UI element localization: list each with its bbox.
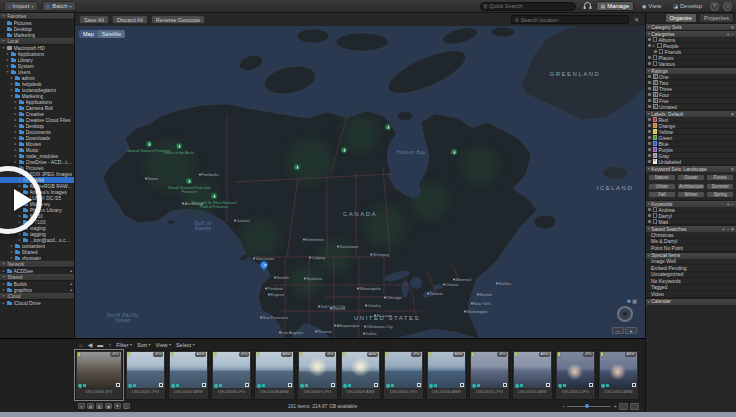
map-canvas[interactable]: Map Satellite GREENLANDICELANDCANADAUNIT… (75, 26, 645, 338)
disclosure-icon[interactable]: ▸ (2, 301, 6, 305)
disclosure-icon[interactable]: ▸ (6, 64, 10, 68)
tagged-pin-icon[interactable] (257, 352, 259, 356)
panel-section-header[interactable]: ▸Calendar (646, 298, 736, 305)
disclosure-icon[interactable]: ▸ (648, 300, 650, 304)
disclosure-icon[interactable]: ▾ (648, 112, 650, 116)
keyword-button[interactable]: Ocean (677, 174, 705, 181)
eject-icon[interactable]: ▲ (70, 269, 73, 273)
tab-properties[interactable]: Properties (699, 13, 734, 23)
thumbnail[interactable]: ARWDSC03050.ARW (426, 350, 467, 400)
pin-icon[interactable] (648, 160, 651, 163)
tagged-pin-icon[interactable] (472, 352, 474, 356)
checkbox[interactable] (653, 213, 658, 218)
quick-search-box[interactable]: ⚲ (480, 2, 576, 11)
thumbnail-checkbox[interactable] (417, 383, 422, 388)
disclosure-icon[interactable]: ▾ (648, 167, 650, 171)
thumbnail-checkbox[interactable] (159, 383, 164, 388)
park-marker-icon[interactable] (385, 124, 392, 131)
view-mode-thumbs-button[interactable] (619, 403, 628, 410)
thumbnail-checkbox[interactable] (245, 383, 250, 388)
pin-icon[interactable] (654, 50, 657, 53)
browse-home-icon[interactable]: ⌂ (79, 342, 83, 348)
thumbnail[interactable]: ARWDSC03047.ARW (168, 350, 209, 400)
thumb-options-icon[interactable]: ▾ (78, 403, 85, 409)
tagged-pin-icon[interactable] (214, 352, 216, 356)
status-toolbar-icon[interactable]: ▢ (123, 403, 130, 409)
disclosure-icon[interactable]: ▸ (2, 282, 6, 286)
import-button[interactable]: ↓Import▾ (4, 1, 38, 11)
tagged-pin-icon[interactable] (386, 352, 388, 356)
develop-mode-button[interactable]: ◪Develop (669, 1, 706, 11)
disclosure-icon[interactable]: ▸ (2, 269, 6, 273)
park-marker-icon[interactable] (451, 149, 458, 156)
left-panel-section-header[interactable]: ▾Local (0, 38, 74, 45)
keyword-button[interactable]: Spring (706, 191, 734, 198)
back-icon[interactable]: ◀ (88, 341, 93, 348)
pin-icon[interactable] (648, 62, 651, 65)
minus-icon[interactable]: − (727, 227, 730, 232)
disclosure-icon[interactable]: ▾ (648, 32, 650, 36)
disclosure-icon[interactable]: ▾ (648, 254, 650, 258)
plus-icon[interactable]: + (722, 227, 725, 232)
checkbox[interactable] (653, 207, 658, 212)
thumbnail-checkbox[interactable] (202, 383, 207, 388)
disclosure-icon[interactable]: ▸ (14, 148, 18, 152)
map-tab[interactable]: Map (79, 30, 98, 38)
disclosure-icon[interactable]: ▾ (648, 69, 650, 73)
disclosure-icon[interactable]: ▸ (10, 88, 14, 92)
status-toolbar-icon[interactable]: ▣ (105, 403, 112, 409)
park-marker-icon[interactable] (341, 147, 348, 154)
status-toolbar-icon[interactable]: ◧ (96, 403, 103, 409)
pin-icon[interactable] (648, 75, 651, 78)
tagged-pin-icon[interactable] (343, 352, 345, 356)
thumbnail-checkbox[interactable] (374, 383, 379, 388)
menu-icon[interactable]: ≡ (731, 227, 734, 232)
disclosure-icon[interactable]: ▾ (653, 44, 656, 48)
panel-section-header[interactable]: ▾Category Sets≡ (646, 23, 736, 30)
disclosure-icon[interactable]: ▸ (14, 100, 18, 104)
disclosure-icon[interactable]: ▸ (10, 244, 14, 248)
tagged-pin-icon[interactable] (300, 352, 302, 356)
up-icon[interactable]: ↑ (108, 342, 111, 348)
thumbnail-checkbox[interactable] (460, 383, 465, 388)
disclosure-icon[interactable]: ▾ (10, 94, 14, 98)
park-marker-icon[interactable] (211, 193, 218, 200)
menu-icon[interactable]: ≡ (731, 112, 734, 117)
disclosure-icon[interactable]: ▸ (6, 58, 10, 62)
pin-icon[interactable] (648, 105, 651, 108)
checkbox[interactable] (657, 43, 662, 48)
tagged-pin-icon[interactable] (601, 352, 603, 356)
disclosure-icon[interactable]: ▸ (10, 250, 14, 254)
pin-icon[interactable] (648, 154, 651, 157)
checkbox[interactable] (659, 49, 664, 54)
pin-icon[interactable] (648, 130, 651, 133)
park-marker-icon[interactable] (146, 141, 153, 148)
pin-icon[interactable] (648, 148, 651, 151)
tagged-pin-icon[interactable] (128, 352, 130, 356)
keyword-button[interactable]: Nature (648, 174, 676, 181)
clear-search-icon[interactable]: ✕ (632, 16, 641, 23)
thumbnail[interactable]: JPGDSC03052.JPG (555, 350, 596, 400)
plus-icon[interactable]: + (727, 202, 730, 207)
pin-icon[interactable] (648, 81, 651, 84)
park-marker-icon[interactable] (294, 164, 301, 171)
thumbnail[interactable]: ARWDSC03049.ARW (340, 350, 381, 400)
location-search-box[interactable]: ⚲ (511, 15, 629, 24)
location-search-input[interactable] (521, 17, 625, 23)
view-mode-details-button[interactable] (630, 403, 639, 410)
view-menu[interactable]: View▾ (156, 342, 171, 348)
eject-icon[interactable]: ▲ (70, 282, 73, 286)
panel-section-header[interactable]: ▾Keyword Sets: Landscape≡ (646, 165, 736, 172)
disclosure-icon[interactable]: ▸ (14, 154, 18, 158)
tagged-pin-icon[interactable] (78, 352, 80, 356)
left-panel-section-header[interactable]: ▾iCloud (0, 293, 74, 300)
quick-search-input[interactable] (489, 3, 571, 9)
thumbnail-checkbox[interactable] (546, 383, 551, 388)
thumbnail[interactable]: JPGDSC03046.JPG (75, 350, 123, 400)
thumbnail-checkbox[interactable] (632, 383, 637, 388)
keyword-button[interactable]: Urban (648, 183, 676, 190)
save-all-button[interactable]: Save All (79, 15, 109, 24)
thumbnail[interactable]: JPGDSC03051.JPG (469, 350, 510, 400)
disclosure-icon[interactable]: ▸ (10, 256, 14, 260)
tagged-pin-icon[interactable] (171, 352, 173, 356)
